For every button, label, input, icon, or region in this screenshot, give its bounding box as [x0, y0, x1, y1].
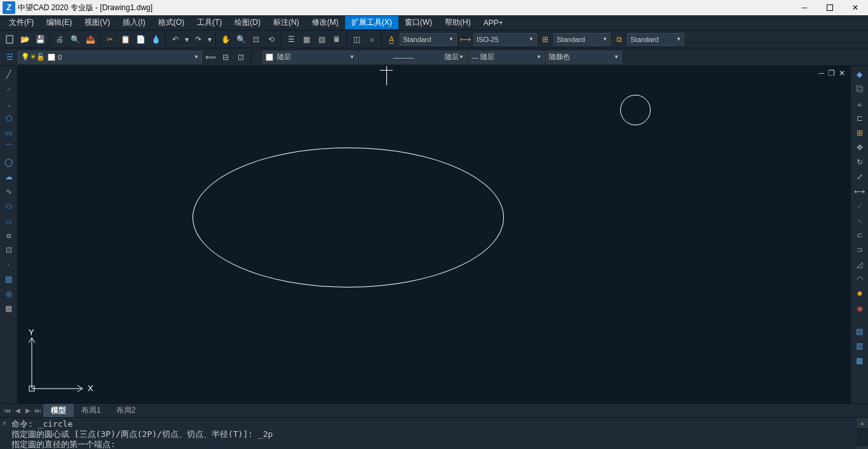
fillet-button[interactable]: ◠	[852, 272, 867, 286]
undo-button[interactable]: ↶	[168, 32, 182, 46]
chamfer-button[interactable]: ◿	[852, 258, 867, 272]
pan-button[interactable]: ✋	[219, 32, 233, 46]
paste-button[interactable]: 📄	[133, 32, 147, 46]
menu-item[interactable]: APP+	[477, 17, 510, 29]
text-style-icon[interactable]: A̲	[384, 32, 398, 46]
menu-item[interactable]: 修改(M)	[306, 16, 345, 29]
gradient-button[interactable]: ◉	[852, 301, 867, 315]
line-button[interactable]: ╱	[1, 67, 17, 81]
properties-button[interactable]: ☰	[284, 32, 298, 46]
mdi-minimize-button[interactable]: ─	[818, 69, 824, 78]
mdi-close-button[interactable]: ✕	[839, 69, 845, 78]
layer-manager-button[interactable]: ☱	[3, 50, 17, 64]
ellipse-button[interactable]: ⬭	[1, 199, 17, 213]
trim-button[interactable]: ⟋	[852, 199, 867, 213]
minimize-button[interactable]: ─	[792, 0, 817, 15]
break-button[interactable]: ⊂	[852, 228, 867, 242]
close-button[interactable]: ✕	[843, 0, 868, 15]
polygon-button[interactable]: ⬠	[1, 111, 17, 125]
zoom-rt-button[interactable]: 🔍	[234, 32, 248, 46]
menu-item[interactable]: 视图(V)	[78, 16, 116, 29]
dim-style-dropdown[interactable]: ISO-25▼	[473, 33, 537, 46]
layer-iso-button[interactable]: ⊡	[234, 50, 248, 64]
scroll-track[interactable]	[857, 428, 868, 446]
redo-dropdown[interactable]: ▾	[207, 32, 213, 46]
region-button[interactable]: ◎	[1, 287, 17, 301]
mline-style-dropdown[interactable]: Standard▼	[627, 33, 684, 46]
copy-button[interactable]: 📋	[118, 32, 132, 46]
tab-first-button[interactable]: ⏮	[3, 406, 13, 416]
menu-item[interactable]: 编辑(E)	[40, 16, 78, 29]
palette1-button[interactable]: ▤	[852, 324, 867, 338]
table-style-icon[interactable]: ⊞	[538, 32, 552, 46]
array-button[interactable]: ⊞	[852, 126, 867, 140]
command-history[interactable]: 命令: _circle指定圆的圆心或 [三点(3P)/两点(2P)/切点、切点、…	[9, 418, 857, 449]
linetype-dropdown[interactable]: ——— 随层▼	[359, 51, 467, 64]
menu-item[interactable]: 标注(N)	[267, 16, 306, 29]
maximize-button[interactable]	[817, 0, 843, 15]
xline-button[interactable]: ⟋	[1, 82, 17, 96]
menu-item[interactable]: 文件(F)	[3, 16, 40, 29]
menu-item[interactable]: 格式(O)	[152, 16, 191, 29]
layer-dropdown[interactable]: 💡 ☀ 🔓 0 ▼	[18, 51, 202, 64]
open-button[interactable]: 📂	[18, 32, 32, 46]
insert-button[interactable]: ⧈	[1, 228, 17, 242]
menu-item[interactable]: 插入(I)	[116, 16, 151, 29]
table-style-dropdown[interactable]: Standard▼	[553, 33, 611, 46]
scroll-up-button[interactable]: ▲	[857, 418, 868, 428]
undo-dropdown[interactable]: ▾	[184, 32, 190, 46]
new-button[interactable]	[3, 32, 17, 46]
calc-button[interactable]: 🖩	[330, 32, 344, 46]
palette2-button[interactable]: ▥	[852, 339, 867, 353]
zoom-prev-button[interactable]: ⟲	[264, 32, 278, 46]
palette3-button[interactable]: ▦	[852, 354, 867, 368]
ellipse-arc-button[interactable]: ⌓	[1, 214, 17, 228]
rotate-button[interactable]: ↻	[852, 155, 867, 169]
lineweight-dropdown[interactable]: — 随层▼	[468, 51, 545, 64]
mdi-restore-button[interactable]: ❐	[828, 69, 835, 78]
layer-state-button[interactable]: ⊟	[219, 50, 233, 64]
layout-tab[interactable]: 布局2	[109, 404, 144, 417]
menu-item[interactable]: 窗口(W)	[398, 16, 438, 29]
scale-button[interactable]: ⤢	[852, 170, 867, 184]
menu-item[interactable]: 绘图(D)	[228, 16, 267, 29]
dim-style-icon[interactable]: ⟼	[458, 32, 472, 46]
drawing-canvas[interactable]: ─ ❐ ✕ X Y	[18, 66, 850, 403]
extend-button[interactable]: ⟍	[852, 214, 867, 228]
plotstyle-dropdown[interactable]: 随颜色▼	[546, 51, 622, 64]
pline-button[interactable]: ⦦	[1, 97, 17, 111]
erase-button[interactable]: ◆	[852, 67, 867, 81]
tab-next-button[interactable]: ▶	[23, 406, 33, 416]
save-button[interactable]: 💾	[33, 32, 47, 46]
tool-palette-button[interactable]: ▤	[315, 32, 329, 46]
block-make-button[interactable]: ⊡	[1, 243, 17, 257]
explode-button[interactable]: ✸	[852, 287, 867, 301]
revcloud-button[interactable]: ☁	[1, 170, 17, 184]
layer-prev-button[interactable]: ⟸	[203, 50, 217, 64]
rectangle-button[interactable]: ▭	[1, 126, 17, 140]
command-scrollbar[interactable]: ▲ ▼ ◀	[857, 418, 868, 449]
tab-prev-button[interactable]: ◀	[13, 406, 23, 416]
menu-item[interactable]: 扩展工具(X)	[345, 16, 398, 29]
arc-button[interactable]: ⌒	[1, 141, 17, 155]
redo-button[interactable]: ↷	[191, 32, 205, 46]
layout-tab[interactable]: 模型	[43, 404, 74, 417]
color-dropdown[interactable]: 随层▼	[262, 51, 358, 64]
menu-item[interactable]: 工具(T)	[191, 16, 228, 29]
offset-button[interactable]: ⊏	[852, 111, 867, 125]
cleanup-button[interactable]: ⟐	[365, 32, 379, 46]
tab-last-button[interactable]: ⏭	[33, 406, 43, 416]
move-button[interactable]: ✥	[852, 141, 867, 155]
mline-style-icon[interactable]: ⧉	[612, 32, 626, 46]
join-button[interactable]: ⊃	[852, 243, 867, 257]
cut-button[interactable]: ✂	[103, 32, 117, 46]
stretch-button[interactable]: ⟷	[852, 184, 867, 198]
hatch-button[interactable]: ▨	[1, 272, 17, 286]
table-button[interactable]: ▦	[1, 301, 17, 315]
match-button[interactable]: 💧	[149, 32, 163, 46]
publish-button[interactable]: 📤	[83, 32, 97, 46]
spline-button[interactable]: ∿	[1, 184, 17, 198]
menu-item[interactable]: 帮助(H)	[438, 16, 477, 29]
circle-button[interactable]: ◯	[1, 155, 17, 169]
copy-obj-button[interactable]: ⿻	[852, 82, 867, 96]
